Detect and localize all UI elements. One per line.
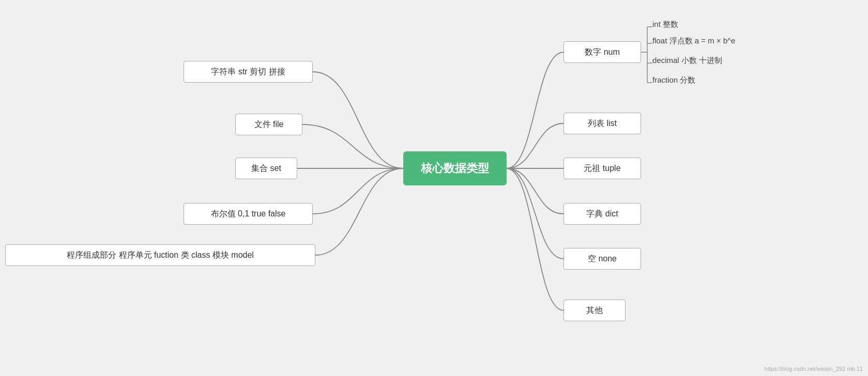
node-file: 文件 file [235,114,302,135]
num-subtext-float: float 浮点数 a = m × b^e [652,36,735,46]
center-node: 核心数据类型 [403,151,507,185]
node-none: 空 none [564,248,641,270]
num-subtext-decimal: decimal 小数 十进制 [652,56,722,66]
num-subtext-fraction: fraction 分数 [652,75,695,85]
node-str: 字符串 str 剪切 拼接 [184,61,313,83]
node-bool: 布尔值 0,1 true false [184,203,313,225]
node-prog: 程序组成部分 程序单元 fuction 类 class 模块 model [5,244,315,266]
node-num: 数字 num [564,41,641,63]
node-set: 集合 set [235,158,297,179]
node-list: 列表 list [564,113,641,134]
mind-map: 核心数据类型 字符串 str 剪切 拼接 文件 file 集合 set 布尔值 … [0,0,868,376]
node-other: 其他 [564,300,626,321]
watermark: https://blog.csdn.net/weixin_292 mb 11 [765,366,863,372]
node-dict: 字典 dict [564,203,641,225]
connections-svg [0,0,868,376]
num-subtext-int: int 整数 [652,20,678,29]
node-tuple: 元祖 tuple [564,158,641,179]
